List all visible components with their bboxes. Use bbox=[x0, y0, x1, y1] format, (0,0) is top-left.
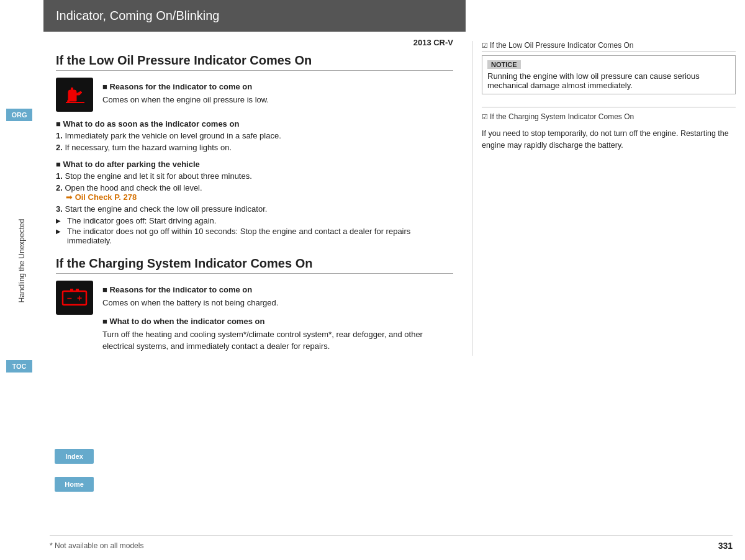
oil-check-link[interactable]: Oil Check P. 278 bbox=[75, 192, 137, 202]
svg-rect-2 bbox=[70, 289, 73, 292]
section2-sub1-heading: Reasons for the indicator to come on bbox=[102, 285, 453, 294]
right-section1-title: If the Low Oil Pressure Indicator Comes … bbox=[482, 41, 736, 52]
section2-sub1-text: Comes on when the battery is not being c… bbox=[102, 297, 453, 309]
notice-label: NOTICE bbox=[487, 60, 521, 69]
sub3-heading: What to do after parking the vehicle bbox=[56, 160, 453, 169]
right-section2-title: If the Charging System Indicator Comes O… bbox=[482, 112, 736, 123]
sidebar-vertical-text: Handling the Unexpected bbox=[17, 219, 26, 303]
svg-text:+: + bbox=[77, 293, 82, 303]
section2-sub2-heading: What to do when the indicator comes on bbox=[102, 317, 453, 326]
sub2-heading: What to do as soon as the indicator come… bbox=[56, 119, 453, 129]
svg-rect-3 bbox=[76, 289, 79, 292]
oil-pressure-icon bbox=[56, 78, 93, 112]
sub1-text: Comes on when the engine oil pressure is… bbox=[102, 94, 269, 106]
svg-rect-1 bbox=[63, 291, 86, 305]
footnote: * Not available on all models bbox=[50, 541, 143, 550]
footer: * Not available on all models 331 bbox=[50, 535, 733, 551]
notice-text: Running the engine with low oil pressure… bbox=[487, 71, 730, 90]
section1-title: If the Low Oil Pressure Indicator Comes … bbox=[56, 53, 453, 71]
sub3-item2: 2. Open the hood and check the oil level… bbox=[56, 183, 453, 202]
notice-box: NOTICE Running the engine with low oil p… bbox=[482, 55, 736, 94]
bullet2: The indicator does not go off within 10 … bbox=[56, 227, 453, 245]
right-section2-text: If you need to stop temporarily, do not … bbox=[482, 128, 736, 151]
page-number: 331 bbox=[718, 541, 733, 551]
sub1-heading: Reasons for the indicator to come on bbox=[102, 82, 269, 91]
section2-title: If the Charging System Indicator Comes O… bbox=[56, 256, 453, 274]
oil-check-arrow bbox=[66, 192, 75, 202]
section2-sub2-text: Turn off the heating and cooling system*… bbox=[102, 328, 453, 353]
bullet1: The indicator goes off: Start driving ag… bbox=[56, 216, 453, 225]
car-model: 2013 CR-V bbox=[56, 38, 453, 47]
battery-icon: – + bbox=[56, 281, 93, 315]
sub3-item1: 1. Stop the engine and let it sit for ab… bbox=[56, 171, 453, 181]
sub3-item3: 3. Start the engine and check the low oi… bbox=[56, 204, 453, 214]
sub2-item2: 2. If necessary, turn the hazard warning… bbox=[56, 143, 453, 152]
sub2-item1: 1. Immediately park the vehicle on level… bbox=[56, 131, 453, 140]
svg-text:–: – bbox=[67, 293, 72, 303]
page-header: Indicator, Coming On/Blinking bbox=[43, 0, 466, 32]
